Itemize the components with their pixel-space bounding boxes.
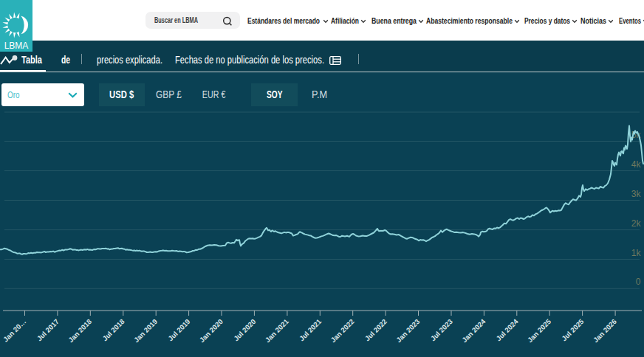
svg-text:4k: 4k [631,159,642,170]
svg-text:Jan 2020: Jan 2020 [198,317,225,344]
svg-text:0: 0 [636,277,641,287]
svg-text:Jul 2021: Jul 2021 [298,317,323,343]
svg-text:Jul 2018: Jul 2018 [100,317,126,342]
svg-text:Jul 2023: Jul 2023 [429,317,454,342]
svg-text:Jul 2017: Jul 2017 [35,317,61,342]
svg-text:Jan 2026: Jan 2026 [592,317,618,344]
svg-text:Jul 2020: Jul 2020 [232,317,257,342]
svg-text:Jul 2024: Jul 2024 [494,317,520,343]
svg-text:Jan 2018: Jan 2018 [66,317,93,344]
svg-text:Jul 2019: Jul 2019 [166,317,191,342]
svg-text:Jan 2019: Jan 2019 [132,317,159,344]
svg-text:3k: 3k [631,189,642,199]
svg-text:Jan 2025: Jan 2025 [526,317,553,344]
svg-text:Jan 2023: Jan 2023 [394,317,421,344]
svg-text:Jan 2024: Jan 2024 [460,317,487,344]
svg-text:Jan 20…: Jan 20… [1,317,27,343]
svg-text:1k: 1k [631,248,642,258]
svg-text:Jan 2022: Jan 2022 [329,317,355,344]
svg-text:Jul 2025: Jul 2025 [560,317,586,343]
svg-text:Jul 2022: Jul 2022 [363,317,388,342]
svg-text:Jan 2021: Jan 2021 [264,317,291,344]
svg-text:2k: 2k [631,218,642,229]
